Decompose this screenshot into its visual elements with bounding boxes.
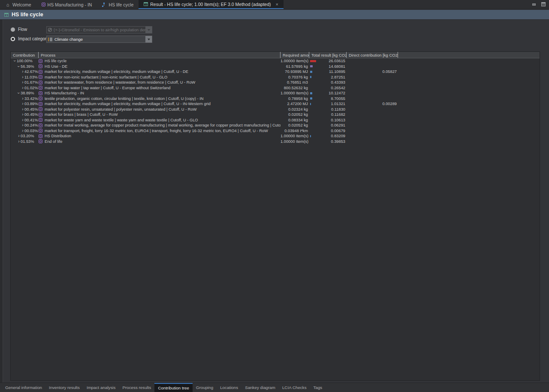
expand-chevron-icon[interactable]: › bbox=[21, 102, 24, 106]
result-tab-general-information[interactable]: General information bbox=[2, 383, 45, 392]
total-result-cell: 10.12472 bbox=[318, 91, 346, 95]
contribution-cell: ›33.42% bbox=[11, 96, 39, 101]
collapse-chevron-icon[interactable]: › bbox=[16, 91, 21, 95]
tree-row[interactable]: ›03.89%market for electricity, medium vo… bbox=[11, 101, 540, 107]
total-result-cell: 0.06291 bbox=[318, 123, 346, 127]
tree-row[interactable]: ›01.67%market for wastewater, from resid… bbox=[11, 80, 540, 85]
contribution-percent: 00.24% bbox=[24, 123, 38, 127]
chevron-down-icon[interactable] bbox=[145, 27, 152, 33]
contribution-bar bbox=[310, 97, 312, 100]
result-icon bbox=[4, 13, 9, 17]
expand-chevron-icon[interactable]: › bbox=[21, 107, 24, 112]
tree-row[interactable]: ›38.89%HS Manufacturing - IN1.00000 Item… bbox=[11, 90, 540, 96]
tree-row[interactable]: ›00.03%market for transport, freight, lo… bbox=[11, 128, 540, 134]
contribution-bar-cell bbox=[309, 60, 318, 62]
contribution-cell: ›00.45% bbox=[11, 112, 39, 117]
tree-row[interactable]: ›00.45%market for brass | brass | Cutoff… bbox=[11, 112, 540, 118]
expand-chevron-icon[interactable]: › bbox=[21, 123, 24, 127]
process-icon bbox=[39, 81, 42, 84]
editor-tab[interactable]: HS life cycle bbox=[97, 0, 139, 9]
required-amount-cell: 0.76851 m3 bbox=[281, 80, 309, 84]
tree-row[interactable]: ›33.42%textile production, organic cotto… bbox=[11, 96, 540, 102]
expand-chevron-icon[interactable]: › bbox=[21, 118, 24, 122]
column-header-contribution[interactable]: Contribution bbox=[11, 52, 39, 58]
expand-chevron-icon[interactable]: › bbox=[17, 139, 21, 144]
flow-dropdown[interactable]: (+-)-Citronellol - Emission to air/high … bbox=[46, 26, 152, 33]
tree-row[interactable]: ›100.00%HS life cycle1.00000 Item(s)26.0… bbox=[11, 58, 540, 64]
process-cell: market for tap water | tap water | Cutof… bbox=[39, 86, 281, 90]
editor-tab[interactable]: HS Manufacturing - IN bbox=[36, 0, 97, 9]
impact-category-icon bbox=[48, 37, 53, 42]
tree-row[interactable]: ›56.39%HS Use - DE61.57895 kg14.68081 bbox=[11, 64, 540, 69]
tree-row[interactable]: ›11.03%market for non-ionic surfactant |… bbox=[11, 75, 540, 80]
result-tab-inventory-results[interactable]: Inventory results bbox=[45, 383, 83, 392]
expand-chevron-icon[interactable]: › bbox=[17, 134, 21, 138]
expand-chevron-icon[interactable]: › bbox=[21, 96, 24, 101]
contribution-cell: ›03.20% bbox=[11, 134, 39, 138]
impact-category-radio[interactable] bbox=[11, 37, 15, 41]
column-header-required-amount[interactable]: Required amount bbox=[281, 52, 309, 58]
result-tab-impact-analysis[interactable]: Impact analysis bbox=[83, 383, 119, 392]
required-amount-cell: 1.00000 Item(s) bbox=[281, 139, 309, 144]
collapse-chevron-icon[interactable]: › bbox=[12, 59, 17, 63]
editor-tab[interactable]: Result - HS life cycle; 1.00 Item(s); EF… bbox=[139, 0, 284, 9]
contribution-cell: ›01.67% bbox=[11, 80, 39, 84]
result-tab-lcia-checks[interactable]: LCIA Checks bbox=[279, 383, 310, 392]
editor-tab-bar: WelcomeHS Manufacturing - INHS life cycl… bbox=[0, 0, 549, 9]
contribution-percent: 01.67% bbox=[24, 80, 38, 84]
contribution-bar bbox=[310, 135, 311, 137]
result-tab-locations[interactable]: Locations bbox=[217, 383, 241, 392]
tree-row[interactable]: ›00.24%market for metal working, average… bbox=[11, 123, 540, 128]
total-result-cell: 0.43393 bbox=[318, 80, 346, 84]
expand-chevron-icon[interactable]: › bbox=[21, 129, 24, 133]
column-header-process[interactable]: Process bbox=[39, 52, 281, 58]
chevron-down-icon[interactable] bbox=[145, 36, 152, 42]
contribution-percent: 00.45% bbox=[24, 112, 38, 117]
minimize-icon[interactable] bbox=[532, 2, 536, 6]
tree-row[interactable]: ›00.41%market for waste yarn and waste t… bbox=[11, 118, 540, 123]
tree-row[interactable]: ›01.53%End of life1.00000 Item(s)0.39853 bbox=[11, 139, 540, 145]
flow-icon-wrap bbox=[47, 28, 52, 32]
column-header-direct-contribution[interactable]: Direct contribution [kg CO2 eq] bbox=[347, 52, 398, 58]
collapse-chevron-icon[interactable]: › bbox=[16, 65, 21, 68]
contribution-percent: 38.89% bbox=[21, 91, 34, 95]
contribution-cell: ›00.24% bbox=[11, 123, 39, 127]
expand-chevron-icon[interactable]: › bbox=[21, 112, 24, 117]
window-view-controls bbox=[532, 2, 546, 6]
impact-icon-wrap bbox=[47, 37, 53, 42]
tree-row[interactable]: ›00.45%market for polyester resin, unsat… bbox=[11, 107, 540, 112]
process-cell: market for non-ionic surfactant | non-io… bbox=[39, 75, 281, 79]
result-tab-contribution-tree[interactable]: Contribution tree bbox=[154, 383, 192, 392]
expand-chevron-icon[interactable]: › bbox=[21, 69, 24, 74]
expand-chevron-icon[interactable]: › bbox=[21, 86, 24, 90]
expand-chevron-icon[interactable]: › bbox=[21, 75, 24, 79]
contribution-bar-cell bbox=[309, 65, 318, 67]
close-icon[interactable]: × bbox=[276, 2, 278, 7]
flow-radio[interactable] bbox=[11, 27, 15, 32]
result-tab-tags[interactable]: Tags bbox=[310, 383, 326, 392]
editor-tab-label: Welcome bbox=[12, 2, 31, 7]
restore-icon[interactable] bbox=[541, 2, 546, 6]
column-header-total-result[interactable]: Total result [kg CO2 eq] bbox=[309, 52, 347, 58]
contribution-cell: ›11.03% bbox=[11, 75, 39, 79]
editor-tab[interactable]: Welcome bbox=[0, 0, 36, 9]
result-tab-sankey-diagram[interactable]: Sankey diagram bbox=[241, 383, 279, 392]
total-result-cell: 0.39853 bbox=[318, 139, 346, 144]
tree-row[interactable]: ›03.20%HS Distribution1.00000 Item(s)0.8… bbox=[11, 133, 540, 139]
contribution-cell: ›00.45% bbox=[11, 107, 39, 112]
result-tab-process-results[interactable]: Process results bbox=[119, 383, 154, 392]
process-name: market for tap water | tap water | Cutof… bbox=[45, 86, 171, 90]
process-icon bbox=[39, 59, 42, 63]
editor-tab-label: HS life cycle bbox=[109, 2, 133, 7]
expand-chevron-icon[interactable]: › bbox=[21, 80, 24, 84]
process-cell: HS Manufacturing - IN bbox=[39, 91, 281, 95]
tree-row[interactable]: ›01.02%market for tap water | tap water … bbox=[11, 85, 540, 91]
column-header-filler bbox=[398, 52, 540, 58]
contribution-percent: 03.89% bbox=[24, 102, 38, 106]
tree-row[interactable]: ›42.67%market for electricity, medium vo… bbox=[11, 69, 540, 75]
impact-category-dropdown[interactable]: Climate change bbox=[46, 36, 152, 43]
contribution-bar-cell bbox=[309, 97, 318, 100]
result-tab-grouping[interactable]: Grouping bbox=[193, 383, 217, 392]
required-amount-cell: 0.70376 kg bbox=[281, 75, 309, 79]
process-icon bbox=[39, 134, 42, 138]
